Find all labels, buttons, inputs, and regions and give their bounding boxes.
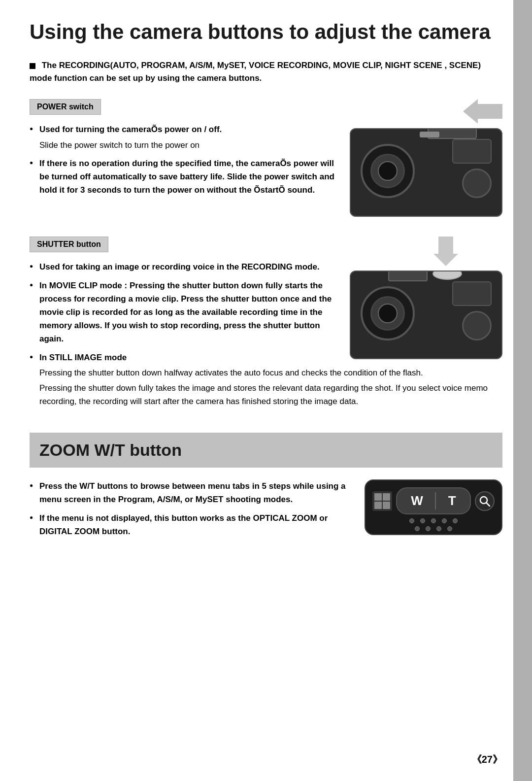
zoom-bullet-2: If the menu is not displayed, this butto… [30, 511, 502, 538]
page-number: 《27》 [472, 753, 502, 766]
intro-content: The RECORDING(AUTO, PROGRAM, A/S/M, MySE… [30, 61, 481, 83]
page-title: Using the camera buttons to adjust the c… [30, 20, 502, 44]
shutter-bullet-1: Used for taking an image or recording vo… [30, 260, 502, 273]
power-bullet-2-main: If there is no operation during the spec… [39, 157, 502, 197]
zoom-wt-header: ZOOM W/T button [30, 433, 502, 468]
zoom-bullet-1: Press the W/T buttons to browse between … [30, 479, 502, 506]
shutter-bullet-1-main: Used for taking an image or recording vo… [39, 260, 502, 273]
zoom-bullet-2-main: If the menu is not displayed, this butto… [39, 511, 502, 538]
power-arrow-icon [463, 99, 502, 124]
shutter-bullet-3-sub2: Pressing the shutter down fully takes th… [39, 381, 502, 408]
power-switch-label: POWER switch [30, 99, 101, 115]
shutter-bullet-3-sub1: Pressing the shutter button down halfway… [39, 366, 502, 379]
page-container: Using the camera buttons to adjust the c… [0, 0, 532, 781]
power-switch-list: Used for turning the cameraÕs power on /… [30, 123, 502, 197]
power-bullet-1-main: Used for turning the cameraÕs power on /… [39, 123, 502, 136]
right-sidebar [513, 0, 532, 781]
intro-text: The RECORDING(AUTO, PROGRAM, A/S/M, MySE… [30, 59, 502, 84]
shutter-bullet-3: In STILL IMAGE mode Pressing the shutter… [30, 351, 502, 408]
intro-bullet [30, 63, 35, 69]
zoom-wt-section: ZOOM W/T button W T [30, 433, 502, 543]
power-bullet-2: If there is no operation during the spec… [30, 157, 502, 197]
shutter-bullet-2: In MOVIE CLIP mode : Pressing the shutte… [30, 279, 502, 346]
shutter-bullet-2-main: In MOVIE CLIP mode : Pressing the shutte… [39, 279, 502, 346]
zoom-bullet-1-main: Press the W/T buttons to browse between … [39, 479, 502, 506]
svg-marker-0 [463, 99, 502, 124]
power-bullet-1: Used for turning the cameraÕs power on /… [30, 123, 502, 151]
shutter-bullet-3-main: In STILL IMAGE mode [39, 351, 502, 364]
shutter-button-section: SHUTTER button [30, 237, 502, 413]
shutter-button-label: SHUTTER button [30, 237, 108, 252]
shutter-button-list: Used for taking an image or recording vo… [30, 260, 502, 408]
power-switch-section: POWER switch [30, 99, 502, 217]
power-bullet-1-sub: Slide the power switch to turn the power… [39, 138, 502, 152]
